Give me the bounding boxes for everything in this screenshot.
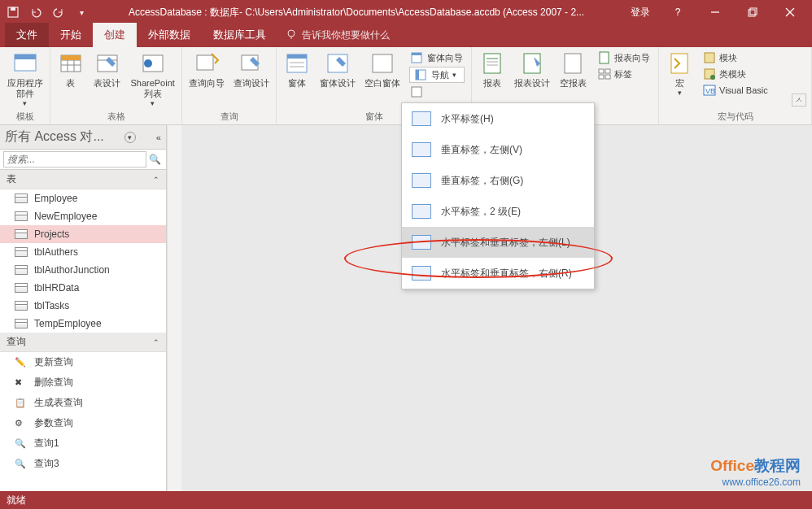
form-layout-icon	[412, 111, 431, 126]
form-wizard-button[interactable]: 窗体向导	[409, 50, 465, 65]
dropdown-item[interactable]: 水平标签，2 级(E)	[402, 196, 594, 227]
svg-text:VB: VB	[705, 87, 715, 95]
query-wizard-button[interactable]: 查询向导	[186, 49, 229, 90]
navpane-table-item[interactable]: Employee	[0, 189, 166, 207]
login-button[interactable]: 登录	[622, 0, 659, 24]
tab-file[interactable]: 文件	[5, 23, 49, 47]
form-layout-icon	[412, 173, 431, 188]
svg-rect-28	[373, 54, 392, 72]
blank-report-button[interactable]: 空报表	[555, 49, 592, 90]
svg-rect-46	[705, 53, 714, 63]
chevron-down-icon: ▾	[23, 99, 27, 107]
dropdown-item[interactable]: 垂直标签，右侧(G)	[402, 165, 594, 196]
group-queries-label: 查询	[186, 109, 273, 124]
navpane-table-item[interactable]: tblAuthorJunction	[0, 261, 166, 279]
macro-button[interactable]: 宏▾	[662, 49, 696, 98]
svg-rect-16	[61, 55, 81, 60]
navpane-table-item[interactable]: Projects	[0, 225, 166, 243]
dropdown-item[interactable]: 水平标签和垂直标签，左侧(L)	[402, 227, 594, 258]
class-module-button[interactable]: 类模块	[701, 67, 770, 81]
navpane-item-label: 查询1	[34, 437, 59, 450]
tab-external[interactable]: 外部数据	[137, 23, 202, 47]
navigation-button[interactable]: 导航 ▾	[409, 67, 465, 83]
form-design-button[interactable]: 窗体设计	[316, 49, 360, 90]
svg-rect-44	[605, 75, 610, 79]
help-icon[interactable]: ?	[659, 0, 696, 24]
module-button[interactable]: 模块	[701, 50, 770, 65]
report-design-button[interactable]: 报表设计	[510, 49, 553, 90]
statusbar: 就绪	[0, 491, 812, 509]
navpane-item-label: tblTasks	[34, 300, 69, 311]
lightbulb-icon	[286, 28, 297, 42]
navpane-group-tables[interactable]: 表⌃	[0, 170, 166, 189]
ribbon-tabs: 文件 开始 创建 外部数据 数据库工具 告诉我你想要做什么	[0, 24, 812, 47]
watermark: Office教程网 www.office26.com	[710, 455, 801, 488]
navpane-scrollbar[interactable]	[167, 125, 181, 491]
svg-rect-24	[287, 54, 307, 59]
navpane-query-item[interactable]: 🔍查询1	[0, 433, 166, 454]
svg-rect-42	[605, 69, 610, 73]
dropdown-item-label: 垂直标签，左侧(V)	[441, 143, 522, 157]
dropdown-item[interactable]: 水平标签(H)	[402, 103, 594, 134]
collapse-pane-icon[interactable]: «	[156, 133, 161, 142]
form-layout-icon	[412, 235, 431, 250]
navpane-query-item[interactable]: ⚙参数查询	[0, 413, 166, 433]
form-button[interactable]: 窗体	[280, 49, 314, 90]
more-forms-button[interactable]	[409, 85, 465, 99]
app-parts-button[interactable]: 应用程序 部件 ▾	[3, 49, 46, 109]
query-icon: ⚙	[15, 418, 28, 429]
navpane-query-item[interactable]: 📋生成表查询	[0, 393, 166, 413]
navpane-item-label: tblHRData	[34, 282, 79, 294]
search-input[interactable]	[3, 151, 146, 167]
navpane-table-item[interactable]: tblTasks	[0, 297, 166, 315]
svg-rect-43	[599, 75, 604, 79]
visual-basic-button[interactable]: VBVisual Basic	[701, 83, 770, 98]
undo-icon[interactable]	[26, 2, 46, 22]
tab-create[interactable]: 创建	[93, 23, 137, 47]
table-button[interactable]: 表	[54, 49, 87, 90]
sharepoint-lists-button[interactable]: SharePoint 列表▾	[127, 49, 178, 109]
table-icon	[15, 301, 28, 311]
navpane-table-item[interactable]: tblHRData	[0, 279, 166, 297]
qat-customize-icon[interactable]: ▾	[72, 2, 91, 22]
svg-rect-34	[484, 54, 500, 73]
report-wizard-button[interactable]: 报表向导	[596, 50, 652, 65]
chevron-down-icon[interactable]: ▾	[124, 132, 136, 143]
navpane-query-item[interactable]: ✏️更新查询	[0, 352, 166, 372]
table-icon	[15, 283, 28, 293]
minimize-icon[interactable]	[696, 0, 734, 24]
navpane-group-queries[interactable]: 查询⌃	[0, 333, 166, 352]
dropdown-item-label: 水平标签和垂直标签，右侧(R)	[441, 267, 572, 281]
navpane-item-label: Employee	[34, 193, 77, 204]
query-icon: ✏️	[15, 357, 28, 368]
titlebar: ▾ AccessDatabase : 数据库- C:\Users\Adminis…	[0, 0, 812, 24]
navpane-query-item[interactable]: 🔍查询3	[0, 454, 166, 474]
navpane-query-item[interactable]: ✖删除查询	[0, 372, 166, 393]
group-tables-label: 表格	[54, 109, 178, 124]
group-templates-label: 模板	[3, 109, 46, 124]
restore-icon[interactable]	[734, 0, 771, 24]
close-icon[interactable]	[771, 0, 809, 24]
tell-me[interactable]: 告诉我你想要做什么	[277, 24, 398, 47]
labels-button[interactable]: 标签	[596, 67, 652, 81]
save-icon[interactable]	[3, 2, 23, 22]
query-design-button[interactable]: 查询设计	[230, 49, 273, 90]
tab-home[interactable]: 开始	[49, 23, 93, 47]
navpane-table-item[interactable]: TempEmployee	[0, 315, 166, 333]
dropdown-item[interactable]: 垂直标签，左侧(V)	[402, 134, 594, 165]
tab-dbtools[interactable]: 数据库工具	[202, 23, 277, 47]
search-icon[interactable]: 🔍	[146, 154, 163, 165]
blank-form-button[interactable]: 空白窗体	[360, 49, 404, 90]
table-icon	[15, 194, 28, 203]
navpane-table-item[interactable]: NewEmployee	[0, 207, 166, 225]
navpane-item-label: tblAuthorJunction	[34, 264, 110, 276]
navpane-table-item[interactable]: tblAuthers	[0, 243, 166, 261]
report-button[interactable]: 报表	[475, 49, 509, 90]
table-design-button[interactable]: 表设计	[89, 49, 125, 90]
collapse-ribbon-icon[interactable]: ㅅ	[792, 94, 806, 107]
query-icon: 🔍	[15, 438, 28, 449]
navpane-header[interactable]: 所有 Access 对... ▾ «	[0, 125, 166, 150]
dropdown-item[interactable]: 水平标签和垂直标签，右侧(R)	[402, 258, 594, 289]
redo-icon[interactable]	[49, 2, 68, 22]
query-icon: 🔍	[15, 459, 28, 469]
